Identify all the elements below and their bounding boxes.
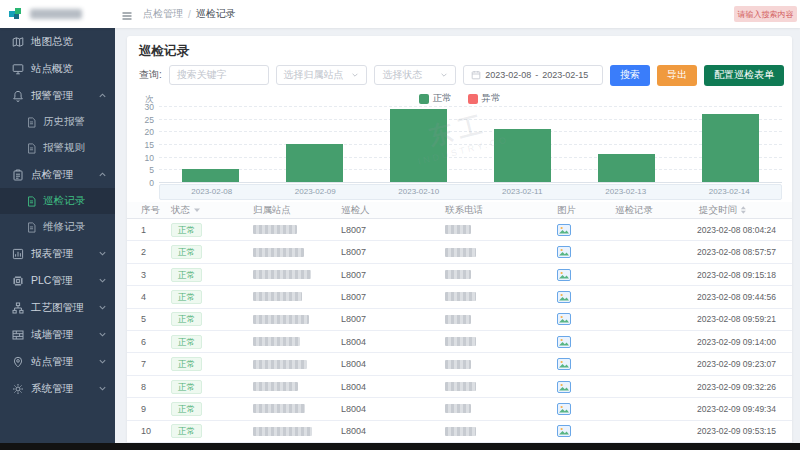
sidebar-item-overview[interactable]: 站点概览 [0,55,115,82]
gridline: 30 [159,106,782,107]
status-select[interactable]: 选择状态 [374,65,456,85]
image-thumbnail-icon[interactable] [557,425,572,437]
image-thumbnail-icon[interactable] [557,291,572,303]
filter-label: 查询: [139,68,162,82]
chevron-down-icon [98,303,107,312]
global-search-input[interactable]: 请输入搜索内容 [734,6,797,22]
redacted-site [253,404,305,413]
sidebar-subitem[interactable]: 巡检记录 [0,188,115,214]
cell-no: 4 [127,286,161,307]
y-axis-tick: 25 [145,115,159,125]
site-select[interactable]: 选择归属站点 [276,65,368,85]
table-row: 6正常L80042023-02-09 09:14:00 [127,331,792,353]
column-header-1[interactable]: 状态 [161,202,243,218]
sidebar-item-chip[interactable]: PLC管理 [0,267,115,294]
sort-caret-icon [740,205,748,215]
chevron-down-icon [440,71,448,79]
sidebar-subitem[interactable]: 维修记录 [0,214,115,240]
image-thumbnail-icon[interactable] [557,313,572,325]
cell-inspector: L8004 [331,398,435,419]
redacted-site [253,427,312,436]
image-thumbnail-icon[interactable] [557,403,572,415]
sidebar-subitem[interactable]: 报警规则 [0,135,115,161]
search-button[interactable]: 搜索 [610,65,650,86]
x-axis-label: 2023-02-09 [295,185,336,199]
breadcrumb-item[interactable]: 点检管理 [143,7,183,21]
sidebar-item-bell[interactable]: 报警管理 [0,82,115,109]
bell-icon [12,90,24,102]
chevron-down-icon [98,249,107,258]
cell-status: 正常 [161,353,243,374]
status-badge: 正常 [171,380,202,394]
image-thumbnail-icon[interactable] [557,224,572,236]
legend-swatch [468,94,478,104]
cell-status: 正常 [161,398,243,419]
redacted-phone [445,270,471,279]
cell-no: 7 [127,353,161,374]
sidebar-item-report[interactable]: 报表管理 [0,240,115,267]
cell-time: 2023-02-08 09:15:18 [689,264,792,285]
cell-record [605,353,689,374]
page-title: 巡检记录 [139,43,189,60]
table-row: 8正常L80042023-02-09 09:32:26 [127,376,792,398]
cell-record [605,309,689,330]
cell-site [243,353,331,374]
table-row: 10正常L80042023-02-09 09:53:15 [127,421,792,443]
table-row: 3正常L80072023-02-08 09:15:18 [127,264,792,286]
bar-2023-02-13 [598,154,655,182]
cell-time: 2023-02-09 09:49:34 [689,398,792,419]
table-header-row: 序号状态归属站点巡检人联系电话图片巡检记录提交时间 [127,202,792,219]
legend-item[interactable]: 异常 [468,92,501,105]
chevron-down-icon [98,276,107,285]
sidebar-item-gear[interactable]: 系统管理 [0,375,115,402]
cell-inspector: L8007 [331,309,435,330]
status-badge: 正常 [171,357,202,371]
sidebar-item-label: 站点管理 [31,355,73,369]
sidebar-item-pin[interactable]: 站点管理 [0,348,115,375]
sidebar-item-flow[interactable]: 工艺图管理 [0,294,115,321]
sidebar-item-wall[interactable]: 域墙管理 [0,321,115,348]
cell-record [605,264,689,285]
hamburger-icon[interactable] [121,8,133,20]
image-thumbnail-icon[interactable] [557,358,572,370]
report-icon [12,248,24,260]
table-row: 7正常L80042023-02-09 09:23:07 [127,353,792,375]
x-axis-label: 2023-02-11 [502,185,542,199]
config-inspection-form-button[interactable]: 配置巡检表单 [704,65,784,86]
export-button[interactable]: 导出 [657,65,697,86]
gridline: 20 [159,131,782,132]
image-thumbnail-icon[interactable] [557,381,572,393]
column-header-6: 巡检记录 [605,202,689,218]
image-thumbnail-icon[interactable] [557,269,572,281]
cell-no: 1 [127,219,161,240]
map-icon [12,36,24,48]
cell-time: 2023-02-08 09:59:21 [689,309,792,330]
date-range-picker[interactable]: 2023-02-08 - 2023-02-15 [463,65,603,85]
table-row: 5正常L80072023-02-08 09:59:21 [127,309,792,331]
redacted-site [253,225,297,234]
sidebar-subitem[interactable]: 历史报警 [0,109,115,135]
keyword-input[interactable]: 搜索关键字 [169,65,269,85]
chevron-up-icon [98,170,107,179]
cell-no: 9 [127,398,161,419]
cell-inspector: L8007 [331,264,435,285]
clipboard-icon [12,169,24,181]
overview-icon [12,63,24,75]
column-header-2: 归属站点 [243,202,331,218]
redacted-phone [445,225,471,234]
image-thumbnail-icon[interactable] [557,246,572,258]
sidebar-item-clipboard[interactable]: 点检管理 [0,161,115,188]
cell-site [243,219,331,240]
column-header-7[interactable]: 提交时间 [689,202,792,218]
image-thumbnail-icon[interactable] [557,336,572,348]
breadcrumb-item-current: 巡检记录 [196,7,236,21]
sidebar-item-label: 工艺图管理 [31,301,84,315]
legend-item[interactable]: 正常 [419,92,452,105]
cell-image [547,219,605,240]
x-axis-label: 2023-02-08 [191,185,232,199]
sidebar-item-map[interactable]: 地图总览 [0,28,115,55]
cell-image [547,353,605,374]
doc-icon [26,222,37,233]
chart-datazoom[interactable]: 2023-02-082023-02-092023-02-102023-02-11… [159,184,782,200]
cell-record [605,421,689,442]
